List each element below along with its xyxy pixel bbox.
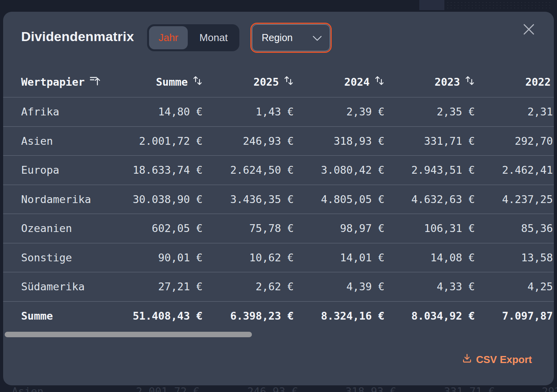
cell-2022: 292,70 €: [475, 135, 554, 147]
cell-2023: 4.632,63 €: [385, 193, 475, 205]
cell-2025: 2,62 €: [203, 281, 294, 293]
cell-summe: 602,05 €: [124, 222, 203, 234]
row-name: Asien: [3, 135, 124, 147]
background-table-row: Asien 2.001,72 € 246,93 € 318,93 € 331,7…: [0, 385, 557, 392]
column-header-summe[interactable]: Summe: [124, 75, 203, 88]
sort-updown-icon: [465, 75, 475, 88]
chevron-down-icon: [313, 32, 322, 43]
background-row-value: 331,71 €: [444, 385, 495, 392]
close-button[interactable]: [520, 21, 537, 38]
cell-2025: 2.624,50 €: [203, 164, 294, 176]
cell-2025: 3.436,35 €: [203, 193, 294, 205]
period-toggle: Jahr Monat: [147, 24, 239, 51]
table-total-row: Summe 51.408,43 € 6.398,23 € 8.324,16 € …: [3, 301, 554, 331]
cell-summe: 2.001,72 €: [124, 135, 203, 147]
csv-export-button[interactable]: CSV Export: [460, 353, 534, 367]
cell-2024: 4.805,05 €: [294, 193, 385, 205]
sort-updown-icon: [284, 75, 294, 88]
cell-2023: 8.034,92 €: [385, 310, 475, 322]
row-name: Afrika: [3, 106, 124, 118]
table-row: Südamerika 27,21 € 2,62 € 4,39 € 4,33 € …: [3, 272, 554, 301]
cell-2025: 6.398,23 €: [203, 310, 294, 322]
toggle-option-monat[interactable]: Monat: [188, 26, 239, 49]
cell-2024: 8.324,16 €: [294, 310, 385, 322]
cell-2023: 331,71 €: [385, 135, 475, 147]
row-name: Summe: [3, 310, 124, 322]
cell-2024: 14,01 €: [294, 252, 385, 264]
backdrop-dotted-artifact: [446, 1, 551, 9]
column-header-label: 2025: [253, 76, 279, 88]
column-header-2025[interactable]: 2025: [203, 75, 294, 88]
column-header-wertpapier[interactable]: Wertpapier: [3, 76, 124, 88]
cell-2022: 2.462,41 €: [475, 164, 554, 176]
cell-summe: 18.633,74 €: [124, 164, 203, 176]
matrix-table: Wertpapier Summe: [3, 67, 554, 333]
sort-ascending-icon: [90, 76, 101, 88]
cell-2024: 4,39 €: [294, 281, 385, 293]
background-row-value: 318,93 €: [345, 385, 396, 392]
cell-2023: 2.943,51 €: [385, 164, 475, 176]
table-row: Asien 2.001,72 € 246,93 € 318,93 € 331,7…: [3, 126, 554, 156]
dividend-matrix-modal: Dividendenmatrix Jahr Monat Region Wertp…: [3, 12, 554, 385]
cell-2022: 13,58 €: [475, 252, 554, 264]
column-header-label: Summe: [156, 76, 188, 88]
cell-2022: 4.237,25 €: [475, 193, 554, 205]
cell-2025: 1,43 €: [203, 106, 294, 118]
cell-2025: 246,93 €: [203, 135, 294, 147]
backdrop-artifact: [419, 0, 444, 10]
column-header-label: 2024: [344, 76, 370, 88]
toggle-option-jahr[interactable]: Jahr: [149, 26, 188, 49]
download-icon: [462, 353, 472, 366]
cell-2024: 2,39 €: [294, 106, 385, 118]
row-name: Nordamerika: [3, 193, 124, 205]
row-name: Europa: [3, 164, 124, 176]
background-row-name: Asien: [12, 385, 43, 392]
cell-2022: 4,25 €: [475, 281, 554, 293]
column-header-label: Wertpapier: [21, 76, 85, 88]
cell-2022: 2,31 €: [475, 106, 554, 118]
table-row: Ozeanien 602,05 € 75,78 € 98,97 € 106,31…: [3, 214, 554, 243]
column-header-2023[interactable]: 2023: [385, 75, 475, 88]
cell-2025: 10,62 €: [203, 252, 294, 264]
row-name: Sonstige: [3, 252, 124, 264]
background-row-value: 246,93 €: [247, 385, 298, 392]
cell-summe: 30.038,90 €: [124, 193, 203, 205]
cell-2023: 14,08 €: [385, 252, 475, 264]
csv-export-label: CSV Export: [476, 354, 532, 366]
table-row: Nordamerika 30.038,90 € 3.436,35 € 4.805…: [3, 185, 554, 214]
cell-2023: 4,33 €: [385, 281, 475, 293]
table-row: Afrika 14,80 € 1,43 € 2,39 € 2,35 € 2,31…: [3, 97, 554, 126]
cell-2022: 85,36 €: [475, 222, 554, 234]
cell-summe: 51.408,43 €: [124, 310, 203, 322]
row-name: Ozeanien: [3, 222, 124, 234]
column-header-label: 2023: [435, 76, 460, 88]
cell-2023: 2,35 €: [385, 106, 475, 118]
cell-2023: 106,31 €: [385, 222, 475, 234]
region-dropdown[interactable]: Region: [252, 24, 330, 51]
column-header-2024[interactable]: 2024: [294, 75, 385, 88]
sort-updown-icon: [192, 75, 203, 88]
background-row-value: 2.001,72 €: [136, 385, 199, 392]
cell-summe: 27,21 €: [124, 281, 203, 293]
horizontal-scrollbar-thumb[interactable]: [5, 332, 252, 337]
cell-2024: 318,93 €: [294, 135, 385, 147]
close-icon: [522, 31, 535, 37]
modal-title: Dividendenmatrix: [21, 29, 134, 44]
table-row: Europa 18.633,74 € 2.624,50 € 3.080,42 €…: [3, 155, 554, 185]
column-header-2022[interactable]: 2022: [475, 75, 554, 88]
cell-2025: 75,78 €: [203, 222, 294, 234]
region-dropdown-label: Region: [262, 32, 293, 43]
row-name: Südamerika: [3, 281, 124, 293]
table-row: Sonstige 90,01 € 10,62 € 14,01 € 14,08 €…: [3, 243, 554, 272]
cell-summe: 90,01 €: [124, 252, 203, 264]
cell-2022: 7.097,87 €: [475, 310, 554, 322]
table-header-row: Wertpapier Summe: [3, 67, 554, 97]
cell-2024: 3.080,42 €: [294, 164, 385, 176]
cell-summe: 14,80 €: [124, 106, 203, 118]
column-header-label: 2022: [525, 76, 551, 88]
background-row-value: 292,70 €: [542, 385, 557, 392]
cell-2024: 98,97 €: [294, 222, 385, 234]
sort-updown-icon: [374, 75, 385, 88]
